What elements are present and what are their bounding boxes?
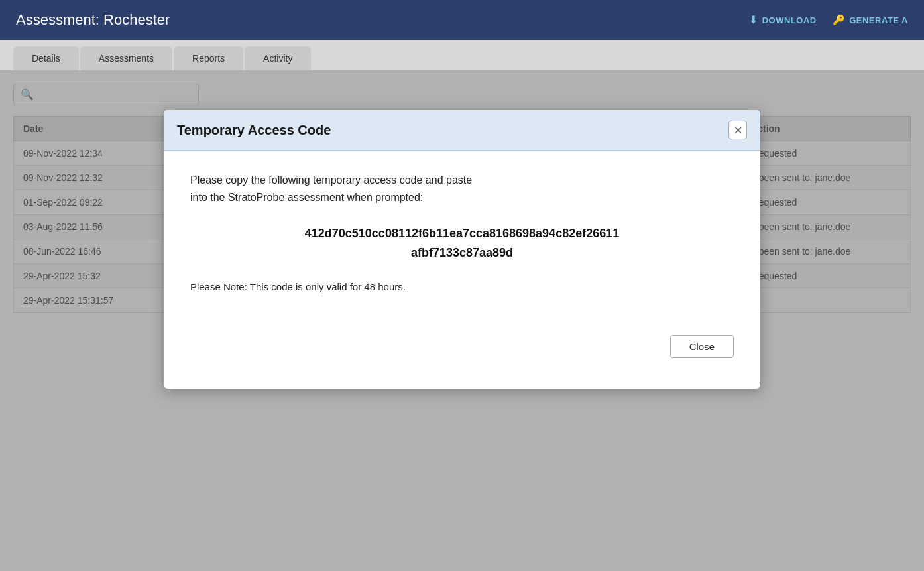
download-icon: ⬇ — [749, 14, 758, 26]
modal-title: Temporary Access Code — [177, 123, 331, 138]
modal-footer: Close — [164, 335, 760, 377]
tab-activity[interactable]: Activity — [245, 46, 311, 70]
description-line1: Please copy the following temporary acce… — [190, 174, 472, 186]
download-button[interactable]: ⬇ DOWNLOAD — [749, 14, 817, 26]
modal-overlay: Temporary Access Code ✕ Please copy the … — [0, 70, 924, 571]
content-area: 🔍 Date Name Details Action 09-Nov-2022 1… — [0, 70, 924, 571]
close-x-icon: ✕ — [734, 124, 742, 137]
modal-description: Please copy the following temporary acce… — [190, 172, 734, 206]
tab-details[interactable]: Details — [13, 46, 79, 70]
modal-header: Temporary Access Code ✕ — [164, 110, 760, 151]
top-header: Assessment: Rochester ⬇ DOWNLOAD 🔑 GENER… — [0, 0, 924, 40]
tab-3[interactable]: Reports — [174, 46, 243, 70]
tab-2[interactable]: Assessments — [80, 46, 172, 70]
key-icon: 🔑 — [833, 14, 846, 26]
modal-close-button[interactable]: Close — [670, 335, 734, 358]
description-line2: into the StratoProbe assessment when pro… — [190, 192, 423, 203]
download-label: DOWNLOAD — [762, 15, 817, 25]
modal-body: Please copy the following temporary acce… — [164, 151, 760, 335]
modal-dialog: Temporary Access Code ✕ Please copy the … — [164, 110, 760, 389]
tab-bar: Details Assessments Reports Activity — [0, 40, 924, 70]
access-code-display: 412d70c510cc08112f6b11ea7cca8168698a94c8… — [190, 224, 734, 263]
generate-label: GENERATE A — [849, 15, 908, 25]
generate-button[interactable]: 🔑 GENERATE A — [833, 14, 908, 26]
page-title: Assessment: Rochester — [16, 11, 170, 29]
header-actions: ⬇ DOWNLOAD 🔑 GENERATE A — [749, 14, 908, 26]
modal-note: Please Note: This code is only valid for… — [190, 281, 734, 292]
modal-close-x-button[interactable]: ✕ — [728, 121, 747, 139]
